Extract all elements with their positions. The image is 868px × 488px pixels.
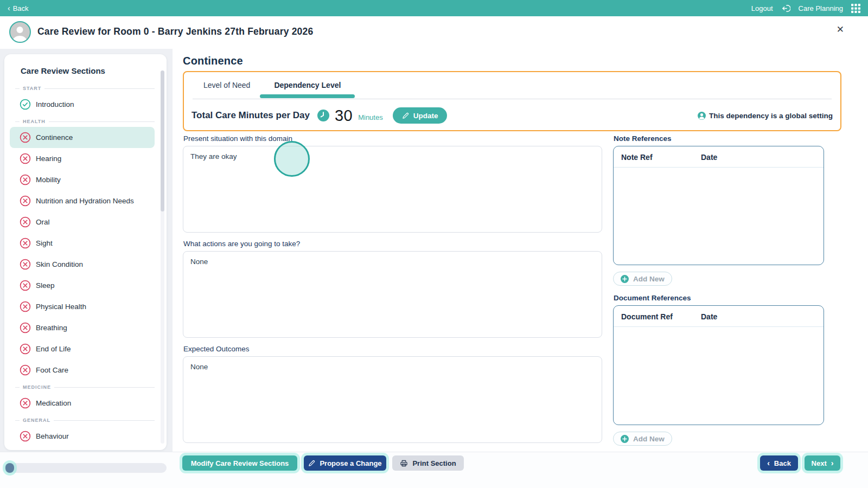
check-circle-icon <box>20 99 31 110</box>
note-references-header: Note Ref Date <box>614 146 824 168</box>
global-setting-note: This dependency is a global setting <box>698 112 833 120</box>
sidebar-item-skin-condition[interactable]: Skin Condition <box>10 254 155 275</box>
x-circle-icon <box>20 174 31 185</box>
add-document-reference-button[interactable]: Add New <box>613 432 672 446</box>
modify-care-review-sections-button[interactable]: Modify Care Review Sections <box>182 455 297 471</box>
sidebar-item-label: Sleep <box>36 281 55 290</box>
dependency-row: Total Care Minutes per Day 30 Minutes <box>192 104 833 127</box>
add-note-reference-button[interactable]: Add New <box>613 272 672 286</box>
sidebar-item-end-of-life[interactable]: End of Life <box>10 338 155 359</box>
x-circle-icon <box>20 431 31 442</box>
sidebar-title: Care Review Sections <box>4 62 167 82</box>
sidebar-item-behaviour[interactable]: Behaviour <box>10 426 155 447</box>
sidebar-item-label: Introduction <box>36 100 74 108</box>
column-document-ref: Document Ref <box>621 312 701 321</box>
field-textarea-present-situation-with-this-domain[interactable] <box>183 146 602 233</box>
sidebar-item-label: Nutrition and Hydration Needs <box>36 197 134 205</box>
plus-circle-icon <box>621 435 629 443</box>
dependency-panel: Level of Need Dependency Level Total Car… <box>183 71 841 131</box>
x-circle-icon <box>20 397 31 409</box>
sidebar-section-list: STARTIntroductionHEALTHContinenceHearing… <box>4 82 167 447</box>
sidebar-item-sight[interactable]: Sight <box>10 233 155 254</box>
references-column: Note References Note Ref Date Add New <box>613 134 824 446</box>
top-bar: ‹ Back Logout Care Planning <box>0 0 868 16</box>
field-label-expected-outcomes: Expected Outcomes <box>183 345 602 353</box>
tab-divider <box>193 99 832 99</box>
note-references-table: Note Ref Date <box>613 146 824 265</box>
propose-a-change-button[interactable]: Propose a Change <box>304 455 386 471</box>
total-care-minutes-label: Total Care Minutes per Day <box>192 110 310 121</box>
tab-level-of-need[interactable]: Level of Need <box>203 81 250 97</box>
update-button[interactable]: Update <box>393 107 448 124</box>
close-icon[interactable]: ✕ <box>837 25 844 34</box>
sidebar-item-label: Foot Care <box>36 366 68 374</box>
document-references-header: Document Ref Date <box>614 306 824 327</box>
chevron-left-icon: ‹ <box>767 459 770 467</box>
sidebar-item-continence[interactable]: Continence <box>10 127 155 148</box>
chevron-left-icon: ‹ <box>8 4 10 12</box>
plus-circle-icon <box>621 275 629 283</box>
sidebar-item-label: Hearing <box>36 155 61 163</box>
printer-icon <box>400 459 408 467</box>
document-references-block: Document References Document Ref Date Ad… <box>613 294 824 446</box>
sidebar-item-oral[interactable]: Oral <box>10 211 155 233</box>
sidebar-scrollbar[interactable] <box>161 70 164 444</box>
sidebar-item-introduction[interactable]: Introduction <box>10 94 155 115</box>
section-group-label-start: START <box>4 82 167 94</box>
fields-column: Present situation with this domainWhat a… <box>183 134 602 450</box>
field-textarea-expected-outcomes[interactable] <box>183 356 602 443</box>
tab-bar: Level of Need Dependency Level <box>184 72 840 97</box>
sidebar-item-label: Mobility <box>36 176 61 184</box>
logout-link[interactable]: Logout <box>751 4 773 12</box>
column-note-ref: Note Ref <box>621 153 701 162</box>
logout-icon[interactable] <box>781 4 790 13</box>
tab-dependency-level[interactable]: Dependency Level <box>274 81 341 97</box>
sidebar-item-label: Physical Health <box>36 303 86 311</box>
sidebar-item-label: Sight <box>36 239 53 247</box>
care-planning-app: ‹ Back Logout Care Planning <box>0 0 868 488</box>
care-minutes-value: 30 <box>335 107 353 125</box>
x-circle-icon <box>20 216 31 228</box>
x-circle-icon <box>20 301 31 312</box>
horizontal-scrollbar-thumb[interactable] <box>5 463 14 473</box>
sidebar-item-medication[interactable]: Medication <box>10 393 155 414</box>
sidebar-scrollbar-thumb[interactable] <box>161 70 164 211</box>
sidebar-item-foot-care[interactable]: Foot Care <box>10 359 155 381</box>
sidebar-item-hearing[interactable]: Hearing <box>10 148 155 169</box>
column-document-date: Date <box>701 312 717 321</box>
topbar-back-label: Back <box>13 4 29 12</box>
note-references-body <box>614 168 824 261</box>
back-button[interactable]: ‹ Back <box>760 455 798 471</box>
print-section-button[interactable]: Print Section <box>392 455 464 471</box>
review-header: Care Review for Room 0 - Barry Jenkins 2… <box>0 16 868 49</box>
apps-grid-icon[interactable] <box>851 4 860 13</box>
x-circle-icon <box>20 237 31 249</box>
sidebar-item-breathing[interactable]: Breathing <box>10 317 155 338</box>
x-circle-icon <box>20 259 31 270</box>
horizontal-scrollbar[interactable] <box>4 463 167 473</box>
avatar <box>9 21 31 43</box>
sidebar-item-sleep[interactable]: Sleep <box>10 275 155 296</box>
chevron-right-icon: › <box>831 459 834 467</box>
sidebar-item-label: Breathing <box>36 324 67 332</box>
care-minutes-unit: Minutes <box>358 113 383 121</box>
x-circle-icon <box>20 343 31 355</box>
sidebar-item-label: Skin Condition <box>36 260 83 268</box>
sidebar-item-label: Behaviour <box>36 432 69 440</box>
field-label-what-actions-are-you-going-to-take: What actions are you going to take? <box>183 240 602 248</box>
x-circle-icon <box>20 132 31 143</box>
sidebar-item-mobility[interactable]: Mobility <box>10 169 155 190</box>
next-button[interactable]: Next › <box>805 455 840 471</box>
sidebar-item-label: Oral <box>36 218 50 226</box>
x-circle-icon <box>20 153 31 164</box>
x-circle-icon <box>20 322 31 333</box>
field-textarea-what-actions-are-you-going-to-take[interactable] <box>183 251 602 338</box>
sidebar-background: Care Review Sections STARTIntroductionHE… <box>0 49 173 452</box>
document-references-table: Document Ref Date <box>613 305 824 425</box>
topbar-back-button[interactable]: ‹ Back <box>8 4 29 12</box>
sidebar-item-nutrition-and-hydration-needs[interactable]: Nutrition and Hydration Needs <box>10 190 155 211</box>
document-references-body <box>614 327 824 420</box>
sidebar-item-physical-health[interactable]: Physical Health <box>10 296 155 317</box>
app-name-label: Care Planning <box>799 4 843 12</box>
main-content: Continence Level of Need Dependency Leve… <box>173 49 868 452</box>
